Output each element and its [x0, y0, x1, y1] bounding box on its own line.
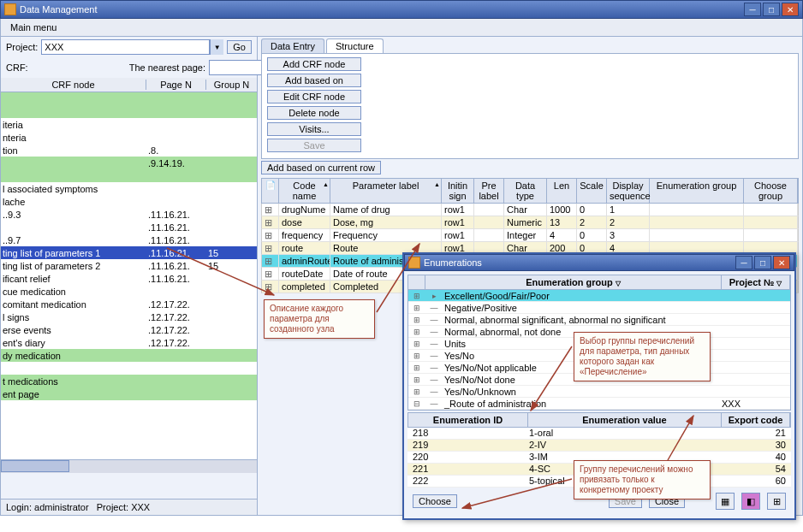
tool-icon-2[interactable]: ◧	[741, 493, 760, 510]
col-code-name[interactable]: Code name▲	[279, 179, 330, 203]
project-dropdown-icon[interactable]: ▼	[210, 39, 223, 55]
crf-row[interactable]: t medications	[1, 375, 257, 387]
crf-row[interactable]	[1, 169, 257, 182]
maximize-button[interactable]: □	[763, 3, 780, 16]
col-page-n[interactable]: Page N	[146, 80, 206, 90]
crf-row[interactable]: ting list of parameters 1.11.16.21.15	[1, 246, 257, 259]
crf-row[interactable]: cue medication	[1, 285, 257, 298]
go-button[interactable]: Go	[227, 40, 252, 54]
callout-1: Описание каждого параметра для созданног…	[264, 299, 375, 339]
dlg-close-button[interactable]: ✕	[773, 256, 790, 269]
col-export-code[interactable]: Export code	[722, 413, 790, 427]
edit-crf-button[interactable]: Edit CRF node	[267, 90, 361, 103]
main-titlebar: Data Management ─ □ ✕	[0, 0, 803, 19]
crf-row[interactable]: dy medication	[1, 349, 257, 362]
enum-value-row[interactable]: 2192-IV30	[407, 440, 791, 452]
add-based-button[interactable]: Add based on	[267, 74, 361, 87]
tool-icon-1[interactable]: ▦	[716, 493, 735, 510]
crf-grid-body[interactable]: iterianteriation.8..9.14.19.l associated…	[1, 92, 257, 459]
nearest-page-label: The nearest page:	[129, 62, 205, 73]
col-crf-node[interactable]: CRF node	[1, 80, 146, 90]
choose-button[interactable]: Choose	[413, 494, 457, 508]
col-display-seq[interactable]: Display sequence	[607, 179, 650, 203]
enum-group-row[interactable]: ⊟—_Route of administrationXXX	[408, 398, 790, 410]
dialog-title: Enumerations	[424, 257, 482, 268]
col-project-n[interactable]: Project № ▽	[722, 275, 790, 289]
project-select[interactable]	[41, 39, 210, 55]
param-row[interactable]: ⊞drugNumeName of drugrow1Char100001	[261, 204, 799, 216]
project-label: Project:	[6, 42, 38, 52]
enum-group-row[interactable]: ⊞—Yes/No/Unknown	[408, 386, 790, 398]
col-enum-group-name[interactable]: Enumeration group ▽	[425, 275, 722, 289]
close-button[interactable]: ✕	[782, 3, 799, 16]
crf-row[interactable]: nteria	[1, 131, 257, 144]
save-button[interactable]: Save	[267, 139, 361, 152]
param-row[interactable]: ⊞doseDose, mgrow1Numeric1322	[261, 216, 799, 229]
crf-row[interactable]: .11.16.21.	[1, 221, 257, 233]
crf-row[interactable]	[1, 362, 257, 375]
crf-row[interactable]: l signs.12.17.22.	[1, 310, 257, 323]
col-param-label[interactable]: Parameter label▲	[330, 179, 442, 203]
h-scrollbar[interactable]	[1, 459, 257, 473]
crf-row[interactable]: ent page	[1, 387, 257, 400]
crf-row[interactable]: erse events.12.17.22.	[1, 323, 257, 336]
enum-group-row[interactable]: ⊞—Normal, abnormal significant, abnormal…	[408, 314, 790, 326]
crf-grid-header: CRF node Page N Group N	[1, 78, 257, 92]
col-pre-label[interactable]: Pre label	[474, 179, 504, 203]
delete-node-button[interactable]: Delete node	[267, 106, 361, 120]
main-menu-item[interactable]: Main menu	[4, 21, 62, 34]
add-crf-button[interactable]: Add CRF node	[267, 57, 361, 71]
menubar: Main menu	[0, 19, 803, 37]
col-choose-group[interactable]: Choose group	[744, 179, 798, 203]
param-row[interactable]: ⊞frequencyFrequencyrow1Integer403	[261, 229, 799, 242]
dialog-icon	[408, 257, 420, 269]
status-bar: Login: administrator Project: XXX	[1, 499, 257, 515]
tab-data-entry[interactable]: Data Entry	[261, 38, 324, 53]
crf-row[interactable]: lache	[1, 195, 257, 208]
callout-2: Выбор группы перечислений для параметра,…	[574, 332, 711, 381]
col-data-type[interactable]: Data type	[504, 179, 547, 203]
visits-button[interactable]: Visits...	[267, 122, 361, 136]
crf-row[interactable]: ..9.7.11.16.21.	[1, 233, 257, 246]
crf-row[interactable]: l associated symptoms	[1, 182, 257, 195]
crf-row[interactable]: ting list of parameters 2.11.16.21.15	[1, 259, 257, 272]
window-title: Data Management	[20, 4, 98, 15]
add-row-button[interactable]: Add based on current row	[261, 161, 381, 174]
status-login: Login: administrator	[6, 502, 89, 512]
crf-row[interactable]: ent's diary.12.17.22.	[1, 336, 257, 349]
crf-row[interactable]	[1, 92, 257, 105]
app-icon	[4, 3, 16, 15]
enum-value-row[interactable]: 2181-oral21	[407, 428, 791, 440]
crf-row[interactable]: .9.14.19.	[1, 157, 257, 169]
minimize-button[interactable]: ─	[744, 3, 761, 16]
crf-row[interactable]: tion.8.	[1, 144, 257, 157]
left-pane: Project: ▼ Go CRF: The nearest page: ▼ C…	[1, 37, 258, 515]
structure-buttons: Add CRF node Add based on Edit CRF node …	[261, 53, 799, 159]
param-grid-header: 📄 Code name▲ Parameter label▲ Initin sig…	[261, 178, 799, 204]
crf-row[interactable]: comitant medication.12.17.22.	[1, 298, 257, 310]
col-scale[interactable]: Scale	[577, 179, 607, 203]
crf-label: CRF:	[6, 62, 28, 73]
col-enum-group[interactable]: Enumeration group	[650, 179, 744, 203]
crf-row[interactable]: iteria	[1, 118, 257, 131]
col-group-n[interactable]: Group N	[206, 80, 257, 90]
tab-structure[interactable]: Structure	[326, 38, 384, 53]
tool-icon-3[interactable]: ⊞	[767, 493, 786, 510]
col-initin[interactable]: Initin sign	[442, 179, 474, 203]
col-len[interactable]: Len	[547, 179, 577, 203]
callout-3: Группу перечислений можно привязать толь…	[574, 460, 711, 499]
col-enum-id[interactable]: Enumeration ID	[408, 413, 528, 427]
crf-row[interactable]	[1, 105, 257, 118]
enum-group-row[interactable]: ⊞▸Excellent/Good/Fair/Poor	[408, 290, 790, 302]
crf-row[interactable]: ificant relief.11.16.21.	[1, 272, 257, 285]
new-param-icon[interactable]: 📄	[262, 179, 279, 203]
dlg-maximize-button[interactable]: □	[754, 256, 771, 269]
status-project: Project: XXX	[97, 502, 150, 512]
col-enum-value[interactable]: Enumeration value	[528, 413, 722, 427]
dlg-minimize-button[interactable]: ─	[735, 256, 752, 269]
crf-row[interactable]: ..9.3.11.16.21.	[1, 208, 257, 221]
enum-group-row[interactable]: ⊞—Negative/Positive	[408, 302, 790, 314]
